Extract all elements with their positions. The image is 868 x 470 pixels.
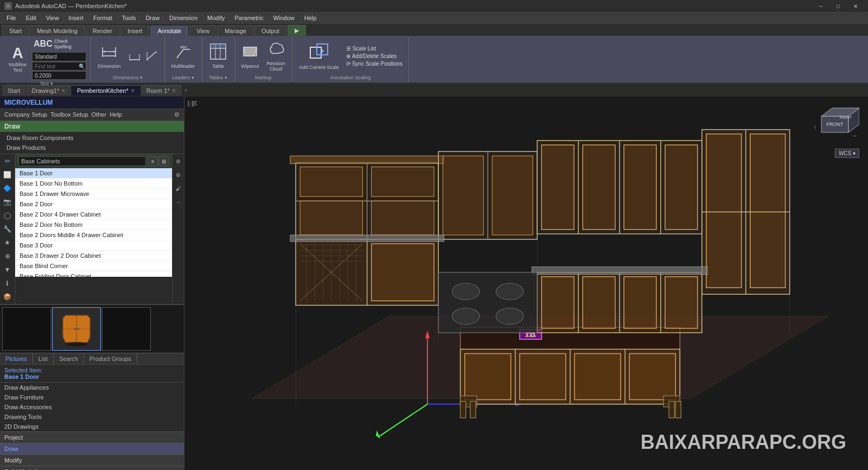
sort-icon[interactable]: ≡ [148, 156, 158, 166]
menu-edit[interactable]: Edit [22, 12, 41, 24]
tab-annotate[interactable]: Annotate [150, 26, 188, 36]
tab-output[interactable]: Output [254, 26, 286, 36]
tab-start[interactable]: Start [2, 26, 29, 36]
cabinet-category-select[interactable]: Base Cabinets Wall Cabinets Tall Cabinet… [18, 156, 146, 166]
thumbnail-blank1[interactable] [2, 307, 51, 351]
table-btn[interactable]: Table [207, 42, 229, 70]
side-icon-draw[interactable]: ✏ [2, 155, 14, 167]
cabinet-item-base3door[interactable]: Base 3 Door [15, 240, 172, 251]
doc-tab-start[interactable]: Start [2, 85, 25, 96]
tab-search[interactable]: Search [54, 353, 84, 364]
minimize-btn[interactable]: ─ [813, 0, 829, 12]
text-style-select[interactable]: Standard [32, 52, 86, 61]
sync-scale-btn[interactable]: ⟳ Sync Scale Positions [344, 60, 404, 67]
add-current-scale-btn[interactable]: Add Current Scale [297, 41, 341, 71]
section-modify-btn[interactable]: Modify [0, 454, 184, 466]
close-btn[interactable]: ✕ [847, 0, 864, 12]
panel-settings-icon[interactable]: ⚙ [174, 111, 180, 118]
wipeout-btn[interactable]: Wipeout [239, 42, 261, 70]
menu-parametric[interactable]: Parametric [230, 12, 267, 24]
cabinet-item-base1drawermicrowave[interactable]: Base 1 Drawer Microwave [15, 189, 172, 199]
cabinet-item-base1door[interactable]: Base 1 Door [15, 168, 172, 179]
tab-insert[interactable]: Insert [120, 26, 150, 36]
menu-tools[interactable]: Tools [118, 12, 141, 24]
thumbnail-blank2[interactable] [102, 307, 151, 351]
section-draw-btn[interactable]: Draw [0, 443, 184, 454]
panel-menu-other[interactable]: Other [92, 111, 107, 118]
section-project-btn[interactable]: Project [0, 431, 184, 443]
revision-cloud-btn[interactable]: RevisionCloud [265, 39, 288, 73]
draw-room-components-link[interactable]: Draw Room Components [0, 133, 184, 143]
multiline-text-btn[interactable]: A MultilineText [7, 45, 29, 74]
cabinet-item-baseblindcorner[interactable]: Base Blind Corner [15, 261, 172, 271]
thumbnail-cabinet[interactable] [52, 307, 101, 351]
text-height-input[interactable] [32, 71, 86, 80]
side-icon-cam[interactable]: 📷 [2, 196, 14, 208]
menu-draw[interactable]: Draw [141, 12, 164, 24]
side-icon-filter[interactable]: ▼ [2, 264, 14, 276]
find-text-input[interactable] [32, 62, 86, 71]
doc-tab-drawing1-close[interactable]: ✕ [61, 88, 66, 93]
nav-cube[interactable]: FRONT RIGHT ↑ → [810, 105, 859, 154]
section-solid-modeling-btn[interactable]: Solid Modeling [0, 466, 184, 470]
check-spelling-btn[interactable]: ABC CheckSpelling [32, 38, 86, 50]
side-icon-handle[interactable]: ⊕ [2, 250, 14, 262]
cabinet-item-base2doornobottom[interactable]: Base 2 Door No Bottom [15, 220, 172, 230]
menu-modify[interactable]: Modify [203, 12, 229, 24]
2d-drawings-link[interactable]: 2D Drawings [0, 422, 184, 431]
side-icon-3d[interactable]: 🔷 [2, 182, 14, 194]
doc-tab-room1-close[interactable]: ✕ [172, 88, 176, 93]
doc-tab-pemberton-close[interactable]: ✕ [131, 88, 135, 93]
scale-list-btn[interactable]: ☰ Scale List [344, 45, 404, 52]
side-icon-info[interactable]: ℹ [2, 277, 14, 289]
dimension-btn[interactable]: Dimension [95, 42, 123, 70]
doc-tab-room1[interactable]: Room 1* ✕ [141, 85, 182, 96]
draw-appliances-link[interactable]: Draw Appliances [0, 383, 184, 392]
panel-menu-company-setup[interactable]: Company Setup [4, 111, 47, 118]
draw-accessories-link[interactable]: Draw Accessories [0, 402, 184, 412]
tab-express[interactable]: ▶ [288, 25, 306, 36]
viewport[interactable]: [-][Custom View][X-Ray] [184, 97, 868, 470]
draw-products-link[interactable]: Draw Products [0, 143, 184, 153]
dim-linear-btn[interactable] [126, 49, 143, 63]
side-icon-box[interactable]: 📦 [2, 291, 14, 303]
menu-file[interactable]: File [2, 12, 21, 24]
draw-furniture-link[interactable]: Draw Furniture [0, 392, 184, 402]
multileader-btn[interactable]: abc Multileader [169, 42, 197, 70]
add-delete-scales-btn[interactable]: ⊕ Add/Delete Scales [344, 53, 404, 60]
doc-tab-pemberton[interactable]: PembertonKitchen* ✕ [72, 85, 141, 96]
menu-dimension[interactable]: Dimension [165, 12, 202, 24]
menu-insert[interactable]: Insert [64, 12, 88, 24]
tab-mesh-modeling[interactable]: Mesh Modeling [30, 26, 85, 36]
view-icon[interactable]: ⊞ [159, 156, 169, 166]
cabinet-item-base2door4drawer[interactable]: Base 2 Door 4 Drawer Cabinet [15, 209, 172, 220]
tab-pictures[interactable]: Pictures [0, 353, 33, 364]
tab-product-groups[interactable]: Product Groups [84, 353, 137, 364]
dim-aligned-btn[interactable] [144, 49, 160, 63]
menu-format[interactable]: Format [89, 12, 117, 24]
tab-view[interactable]: View [189, 26, 216, 36]
cabinet-item-basefoldingdoor[interactable]: Base Folding Door Cabinet [15, 271, 172, 277]
side-icon-room[interactable]: ⬜ [2, 169, 14, 181]
right-icon-settings2[interactable]: ⚙ [173, 169, 184, 181]
menu-help[interactable]: Help [300, 12, 321, 24]
right-icon-settings1[interactable]: ⚙ [173, 155, 184, 167]
right-icon-brush[interactable]: 🖌 [173, 182, 184, 194]
cabinet-item-base2door[interactable]: Base 2 Door [15, 199, 172, 209]
side-icon-star[interactable]: ★ [2, 237, 14, 249]
panel-menu-toolbox-setup[interactable]: Toolbox Setup [50, 111, 88, 118]
tab-list[interactable]: List [33, 353, 54, 364]
tab-render[interactable]: Render [86, 26, 119, 36]
side-icon-circle[interactable]: ◯ [2, 209, 14, 221]
cabinet-item-base2doorsmiddle4drawer[interactable]: Base 2 Doors Middle 4 Drawer Cabinet [15, 230, 172, 240]
panel-menu-help[interactable]: Help [110, 111, 122, 118]
cabinet-item-base3drawer2door[interactable]: Base 3 Drawer 2 Door Cabinet [15, 251, 172, 261]
side-icon-tool[interactable]: 🔧 [2, 223, 14, 235]
cabinet-item-base1doornobottom[interactable]: Base 1 Door No Bottom [15, 179, 172, 189]
tab-manage[interactable]: Manage [218, 26, 253, 36]
doc-tab-drawing1[interactable]: Drawing1* ✕ [26, 85, 71, 96]
menu-view[interactable]: View [42, 12, 63, 24]
menu-window[interactable]: Window [269, 12, 299, 24]
drawing-tools-link[interactable]: Drawing Tools [0, 412, 184, 422]
new-tab-btn[interactable]: + [184, 87, 188, 93]
